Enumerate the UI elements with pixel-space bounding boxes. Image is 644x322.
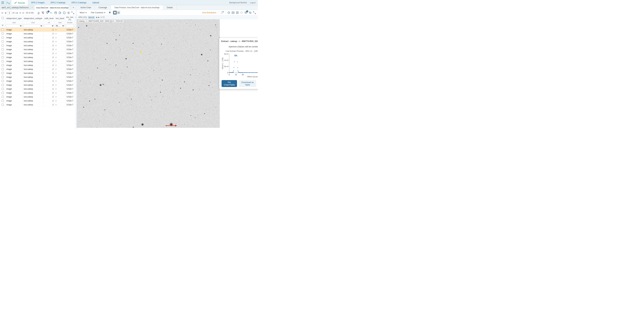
- page-input[interactable]: [7, 11, 12, 15]
- table-row[interactable]: imagelsst.calexp2r5.52e-76.91e-7: [0, 75, 76, 79]
- rtab-active-chart[interactable]: Active Chart: [77, 5, 95, 10]
- row-checkbox[interactable]: [2, 64, 4, 66]
- table-row[interactable]: imagelsst.calexp2r5.52e-76.91e-7: [0, 87, 76, 91]
- tab-dp02-images[interactable]: DP0.2 Images: [28, 0, 48, 5]
- table-row[interactable]: imagelsst.calexp2r5.52e-76.91e-7: [0, 32, 76, 36]
- layout-single[interactable]: [113, 11, 117, 15]
- tab-upload[interactable]: Upload: [90, 0, 102, 5]
- lock-icon[interactable]: [248, 11, 252, 15]
- last-page-icon[interactable]: ⏭: [19, 12, 22, 14]
- result-tab-obscore[interactable]: ivoa.ObsCore - data-int.lsst.cloud/api ×: [34, 5, 69, 10]
- close-icon[interactable]: ×: [32, 7, 33, 9]
- download-table-button[interactable]: Download as Table: [239, 80, 256, 87]
- table-row[interactable]: imagelsst.calexp2r5.52e-76.91e-7: [0, 71, 76, 75]
- row-checkbox[interactable]: [2, 72, 4, 74]
- table-row[interactable]: imagelsst.calexp2r5.52e-76.91e-7: [0, 99, 76, 103]
- filter-em-min[interactable]: [66, 24, 74, 27]
- row-checkbox[interactable]: [2, 104, 4, 106]
- stretch-icon[interactable]: [231, 11, 235, 15]
- info-icon[interactable]: i: [62, 11, 66, 15]
- row-checkbox[interactable]: [2, 88, 4, 90]
- row-checkbox[interactable]: [2, 68, 4, 70]
- tab-dp02-catalogs[interactable]: DP0.2 Catalogs: [48, 0, 68, 5]
- table-row[interactable]: imagelsst.calexp2r5.52e-76.91e-7: [0, 56, 76, 59]
- pin-chart-button[interactable]: Pin Chart/Table: [222, 80, 237, 87]
- result-tab-diasource[interactable]: dp02_dc2_catalogs.DiaSource - data-int.……: [0, 5, 34, 10]
- col-calib_level[interactable]: calib_level: [43, 16, 54, 21]
- row-checkbox[interactable]: [2, 80, 4, 82]
- gear-icon[interactable]: [66, 11, 70, 15]
- col-dataproduct_type[interactable]: dataproduct_type: [6, 16, 23, 21]
- filter-type[interactable]: [6, 24, 22, 27]
- table-row[interactable]: imagelsst.calexp2r5.52e-76.91e-7: [0, 67, 76, 71]
- filter-subtype[interactable]: [23, 24, 43, 27]
- tools-icon[interactable]: [220, 11, 224, 15]
- file-contents-menu[interactable]: File Contents ▾: [89, 11, 107, 15]
- layers-icon[interactable]: 4: [244, 11, 248, 15]
- tab-results[interactable]: Results: [11, 0, 28, 5]
- layout-grid[interactable]: [117, 11, 120, 15]
- table-row[interactable]: imagelsst.calexp2r5.52e-76.91e-7: [0, 28, 76, 32]
- table-row[interactable]: imagelsst.calexp2r5.52e-76.91e-7: [0, 91, 76, 95]
- save-icon[interactable]: [54, 11, 58, 15]
- hdu-link[interactable]: IMAGE: [88, 16, 95, 19]
- rtab-details[interactable]: Details: [163, 5, 177, 10]
- col-em_max[interactable]: em_max(m): [74, 16, 76, 21]
- filter-calib[interactable]: [44, 24, 54, 27]
- col-lsst_band[interactable]: lsst_band: [54, 16, 65, 21]
- row-checkbox[interactable]: [2, 48, 4, 51]
- filter-band[interactable]: IN …: [55, 24, 64, 27]
- select-all-checkbox[interactable]: [2, 17, 4, 19]
- expand-icon[interactable]: [71, 11, 75, 15]
- row-checkbox[interactable]: [2, 60, 4, 62]
- row-checkbox[interactable]: [2, 76, 4, 78]
- filter-row-icon[interactable]: [2, 25, 4, 27]
- col-em_min[interactable]: em_min(m): [65, 16, 74, 21]
- expand-viewer-icon[interactable]: [252, 11, 256, 15]
- logout-link[interactable]: Logout: [250, 2, 256, 4]
- text-options-icon[interactable]: Tт: [50, 11, 54, 15]
- table-row[interactable]: imagelsst.calexp2r5.52e-76.91e-7: [0, 44, 76, 48]
- table-row[interactable]: imagelsst.calexp2r5.52e-76.91e-7: [0, 36, 76, 40]
- table-row[interactable]: imagelsst.calexp2r5.52e-76.91e-7: [0, 40, 76, 44]
- table-row[interactable]: imagelsst.calexp2r5.52e-76.91e-7: [0, 63, 76, 67]
- row-checkbox[interactable]: [2, 33, 4, 35]
- table-row[interactable]: imagelsst.calexp2r5.52e-76.91e-7: [0, 83, 76, 87]
- hdu-next-icon[interactable]: ▶: [98, 16, 100, 19]
- next-page-icon[interactable]: ▶: [16, 12, 18, 14]
- row-checkbox[interactable]: [2, 41, 4, 43]
- rtab-coverage[interactable]: Coverage: [95, 5, 111, 10]
- table-row[interactable]: imagelsst.calexp2r5.52e-76.91e-7: [0, 103, 76, 107]
- hdu-prev-icon[interactable]: ◀: [96, 16, 97, 19]
- rtab-data-product[interactable]: Data Product: ivoa.ObsCore - data-int.ls…: [111, 5, 163, 10]
- sky-canvas[interactable]: [77, 19, 220, 128]
- region-select-icon[interactable]: [240, 11, 244, 15]
- row-checkbox[interactable]: [2, 29, 4, 31]
- line-extract-chart[interactable]: [222, 53, 258, 78]
- end-extraction-button[interactable]: End Extraction: [202, 11, 218, 14]
- background-monitor-link[interactable]: Background Monitor: [229, 2, 247, 4]
- tab-overflow-dropdown[interactable]: ▾: [71, 5, 76, 10]
- first-page-icon[interactable]: ⏮: [1, 12, 4, 14]
- table-row[interactable]: imagelsst.calexp2r5.52e-76.91e-7: [0, 95, 76, 99]
- filter-em-max[interactable]: [75, 24, 76, 27]
- row-checkbox[interactable]: [2, 56, 4, 58]
- more-menu[interactable]: More ▾: [78, 11, 88, 15]
- filter-icon[interactable]: 1: [45, 11, 49, 15]
- table-row[interactable]: imagelsst.calexp2r5.52e-76.91e-7: [0, 52, 76, 56]
- clear-filter-icon[interactable]: [41, 11, 45, 15]
- row-checkbox[interactable]: [2, 37, 4, 39]
- row-checkbox[interactable]: [2, 84, 4, 86]
- row-checkbox[interactable]: [2, 92, 4, 94]
- table-row[interactable]: imagelsst.calexp2r5.52e-76.91e-7: [0, 48, 76, 52]
- table-row[interactable]: imagelsst.calexp2r5.52e-76.91e-7: [0, 59, 76, 63]
- row-checkbox[interactable]: [2, 100, 4, 102]
- pin-icon[interactable]: [108, 11, 112, 15]
- row-checkbox[interactable]: [2, 44, 4, 47]
- table-row[interactable]: imagelsst.calexp2r5.52e-76.91e-7: [0, 79, 76, 83]
- add-column-icon[interactable]: [58, 11, 62, 15]
- image-viewer[interactable]: calexp - r - 456773-R33_S20 - 2023-10-2……: [77, 19, 258, 129]
- prev-page-icon[interactable]: ◀: [4, 12, 6, 14]
- row-checkbox[interactable]: [2, 52, 4, 55]
- hamburger-menu[interactable]: [0, 0, 5, 5]
